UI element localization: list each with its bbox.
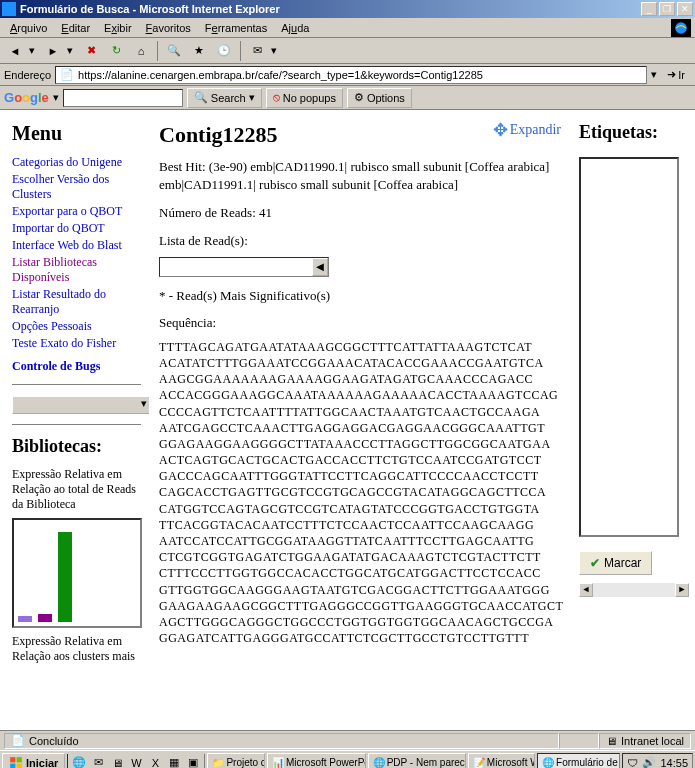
menubar: Arquivo Editar Exibir Favoritos Ferramen… [0,18,695,38]
link-opcoes-pessoais[interactable]: Opções Pessoais [12,319,141,334]
task-word[interactable]: 📝Microsoft Word [468,753,535,769]
etiquetas-listbox[interactable] [579,157,679,537]
quick-launch: 🌐 ✉ 🖥 W X ▦ ▣ [67,754,205,769]
google-toolbar: Google ▾ 🔍Search▾ ⦸No popups ⚙Options [0,86,695,110]
page-icon: 📄 [60,68,74,81]
back-button[interactable]: ◄ [4,40,26,62]
ql-desktop[interactable]: 🖥 [108,754,126,769]
menu-arquivo[interactable]: Arquivo [4,20,53,36]
ql-app2[interactable]: ▣ [184,754,202,769]
zone-icon: 🖥 [606,735,617,747]
google-search-input[interactable] [63,89,183,107]
menu-ferramentas[interactable]: Ferramentas [199,20,273,36]
google-dropdown[interactable]: ▾ [53,91,59,104]
ql-excel[interactable]: X [146,754,164,769]
mail-button[interactable]: ✉ [246,40,268,62]
ql-ie[interactable]: 🌐 [70,754,88,769]
menu-ajuda[interactable]: Ajuda [275,20,315,36]
task-pdp[interactable]: 🌐PDP - Nem parece inte... [368,753,466,769]
refresh-button[interactable]: ↻ [105,40,127,62]
svg-rect-4 [17,763,22,768]
menu-exibir[interactable]: Exibir [98,20,138,36]
system-tray: 🛡 🔊 14:55 [622,753,693,769]
taskbar: Iniciar 🌐 ✉ 🖥 W X ▦ ▣ 📁Projeto café 📊Mic… [0,750,695,768]
google-popups-button[interactable]: ⦸No popups [266,88,343,108]
go-button[interactable]: ➜ Ir [661,68,691,81]
scroll-left-button[interactable]: ◄ [579,583,593,597]
lista-reads-label: Lista de Read(s): [159,233,561,249]
ql-app1[interactable]: ▦ [165,754,183,769]
task-projeto[interactable]: 📁Projeto café [207,753,265,769]
significativos-note: * - Read(s) Mais Significativo(s) [159,287,561,305]
link-listar-rearranjo[interactable]: Listar Resultado do Rearranjo [12,287,141,317]
security-zone: 🖥 Intranet local [599,733,691,749]
scroll-right-button[interactable]: ► [675,583,689,597]
link-listar-bibliotecas[interactable]: Listar Bibliotecas Disponíveis [12,255,141,285]
status-pane-2 [559,733,599,749]
chart-bar-2 [38,614,52,622]
history-button[interactable]: 🕒 [213,40,235,62]
menu-editar[interactable]: Editar [55,20,96,36]
menu-heading: Menu [12,122,141,145]
scroll-track[interactable] [593,583,675,597]
sequencia-label: Sequência: [159,315,561,331]
stop-button[interactable]: ✖ [80,40,102,62]
ql-outlook[interactable]: ✉ [89,754,107,769]
tray-clock[interactable]: 14:55 [660,757,688,769]
link-importar-qbot[interactable]: Importar do QBOT [12,221,141,236]
left-select[interactable]: ▾ [12,396,149,414]
etiquetas-heading: Etiquetas: [579,122,683,143]
link-categorias[interactable]: Categorias do Unigene [12,155,141,170]
go-icon: ➜ [667,68,676,81]
right-hscrollbar[interactable]: ◄ ► [579,583,689,597]
google-logo: Google [4,90,49,105]
google-search-button[interactable]: 🔍Search▾ [187,88,262,108]
ql-word[interactable]: W [127,754,145,769]
ie-logo [671,19,691,37]
ie-icon [2,2,16,16]
bib-desc-1: Expressão Relativa em Relação ao total d… [12,467,141,512]
search-button[interactable]: 🔍 [163,40,185,62]
link-teste-fisher[interactable]: Teste Exato do Fisher [12,336,141,351]
reads-dropdown[interactable]: ◄ [159,257,329,277]
menu-favoritos[interactable]: Favoritos [140,20,197,36]
block-icon: ⦸ [273,91,280,104]
tray-icon-2[interactable]: 🔊 [642,756,656,768]
link-controle-bugs[interactable]: Controle de Bugs [12,359,141,374]
minimize-button[interactable]: _ [641,2,657,16]
link-escolher-versao[interactable]: Escolher Versão dos Clusters [12,172,141,202]
addressbar: Endereço 📄 https://alanine.cenargen.embr… [0,64,695,86]
link-interface-blast[interactable]: Interface Web do Blast [12,238,141,253]
mail-dropdown[interactable]: ▾ [271,44,281,57]
marcar-button[interactable]: ✔ Marcar [579,551,652,575]
window-title: Formulário de Busca - Microsoft Internet… [20,3,641,15]
forward-dropdown[interactable]: ▾ [67,44,77,57]
close-button[interactable]: ✕ [677,2,693,16]
right-panel: Etiquetas: ✔ Marcar ◄ ► [571,114,691,726]
statusbar: 📄 Concluído 🖥 Intranet local [0,730,695,750]
address-dropdown[interactable]: ▾ [651,68,657,81]
forward-button[interactable]: ► [42,40,64,62]
nav-toolbar: ◄ ▾ ► ▾ ✖ ↻ ⌂ 🔍 ★ 🕒 ✉ ▾ [0,38,695,64]
tray-icon-1[interactable]: 🛡 [627,757,638,769]
favorites-button[interactable]: ★ [188,40,210,62]
svg-rect-1 [10,757,15,762]
home-button[interactable]: ⌂ [130,40,152,62]
task-formulario[interactable]: 🌐Formulário de Bus... [537,753,620,769]
window-titlebar: Formulário de Busca - Microsoft Internet… [0,0,695,18]
dropdown-arrow-icon: ◄ [312,258,328,276]
task-powerpoint[interactable]: 📊Microsoft PowerPoint - ... [267,753,366,769]
google-options-button[interactable]: ⚙Options [347,88,412,108]
main-panel: ✥ Expandir Contig12285 Best Hit: (3e-90)… [149,114,571,726]
options-icon: ⚙ [354,91,364,104]
expand-button[interactable]: ✥ Expandir [493,122,561,138]
address-label: Endereço [4,69,51,81]
back-dropdown[interactable]: ▾ [29,44,39,57]
start-button[interactable]: Iniciar [2,753,65,769]
sequence-text: TTTTAGCAGATGAATATAAAGCGGCTTTCATTATTAAAGT… [159,339,561,647]
restore-button[interactable]: ❐ [659,2,675,16]
address-input[interactable]: 📄 https://alanine.cenargen.embrapa.br/ca… [55,66,647,84]
address-url: https://alanine.cenargen.embrapa.br/cafe… [78,69,483,81]
link-exportar-qbot[interactable]: Exportar para o QBOT [12,204,141,219]
page-content: Menu Categorias do Unigene Escolher Vers… [0,110,695,730]
